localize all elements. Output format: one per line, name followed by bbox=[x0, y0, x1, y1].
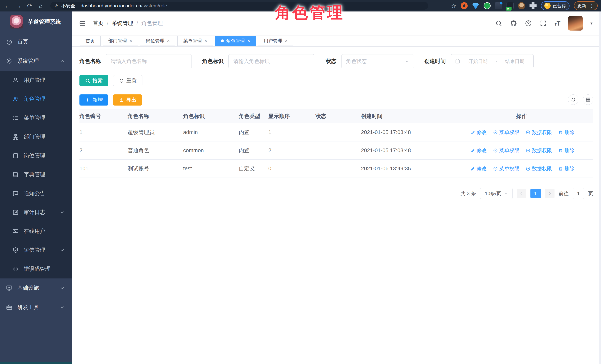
extensions-puzzle-icon[interactable] bbox=[530, 2, 537, 9]
extension-orange-icon[interactable] bbox=[461, 2, 468, 9]
sidebar-item-system-management[interactable]: 系统管理 bbox=[0, 51, 72, 71]
chevron-down-icon bbox=[504, 191, 508, 196]
sidebar-menu: 首页 系统管理 用户管理 角色管理 bbox=[0, 32, 72, 317]
goto-label: 前往 bbox=[559, 190, 569, 197]
extension-blue-gem-icon[interactable] bbox=[472, 2, 479, 9]
extension-monkey-icon[interactable] bbox=[518, 2, 525, 9]
add-button[interactable]: 新增 bbox=[80, 94, 108, 106]
bookmark-star-icon[interactable]: ☆ bbox=[451, 3, 456, 9]
data-permission-link[interactable]: 数据权限 bbox=[526, 165, 552, 172]
trash-icon bbox=[558, 148, 563, 153]
sidebar-toggle-hamburger-icon[interactable] bbox=[79, 20, 87, 27]
page-size-select[interactable]: 10条/页 bbox=[480, 188, 513, 199]
close-icon[interactable]: × bbox=[285, 38, 288, 44]
row-actions: 修改 菜单权限 数据权限 删除 bbox=[452, 147, 593, 154]
sidebar-item-sms-management[interactable]: 短信管理 bbox=[0, 241, 72, 260]
sidebar-item-infrastructure[interactable]: 基础设施 bbox=[0, 278, 72, 298]
edit-pencil-icon bbox=[471, 166, 475, 171]
breadcrumb-home[interactable]: 首页 bbox=[93, 20, 103, 27]
browser-back-button[interactable]: ← bbox=[3, 2, 11, 10]
browser-home-button[interactable]: ⌂ bbox=[37, 2, 45, 10]
sidebar-item-online-users[interactable]: 在线用户 bbox=[0, 222, 72, 241]
user-icon bbox=[12, 77, 19, 83]
sidebar-item-user-management[interactable]: 用户管理 bbox=[0, 71, 72, 90]
not-secure-label[interactable]: 不安全 bbox=[61, 3, 75, 9]
refresh-table-button[interactable] bbox=[568, 94, 578, 105]
status-select-placeholder: 角色状态 bbox=[346, 58, 367, 65]
user-avatar[interactable] bbox=[568, 16, 583, 30]
row-actions: 修改 菜单权限 数据权限 删除 bbox=[452, 129, 593, 136]
tab-role-management[interactable]: 角色管理× bbox=[215, 36, 256, 46]
tab-user-management[interactable]: 用户管理× bbox=[258, 36, 293, 46]
browser-update-chip[interactable]: 更新 ⋮ bbox=[574, 1, 598, 10]
close-icon[interactable]: × bbox=[204, 38, 207, 44]
tab-post-management[interactable]: 岗位管理× bbox=[140, 36, 175, 46]
menu-permission-link[interactable]: 菜单权限 bbox=[493, 129, 519, 136]
sidebar-item-menu-management[interactable]: 菜单管理 bbox=[0, 108, 72, 127]
role-key-input[interactable] bbox=[228, 54, 314, 68]
tab-dept-management[interactable]: 部门管理× bbox=[103, 36, 138, 46]
sidebar-item-post-management[interactable]: 岗位管理 bbox=[0, 146, 72, 165]
data-permission-link[interactable]: 数据权限 bbox=[526, 129, 552, 136]
close-icon[interactable]: × bbox=[130, 38, 132, 44]
sidebar-item-dev-tools[interactable]: 研发工具 bbox=[0, 298, 72, 317]
data-permission-link[interactable]: 数据权限 bbox=[526, 147, 552, 154]
close-icon[interactable]: × bbox=[167, 38, 170, 44]
fullscreen-icon[interactable] bbox=[540, 20, 547, 27]
start-date-placeholder[interactable]: 开始日期 bbox=[463, 58, 493, 65]
sidebar-item-home[interactable]: 首页 bbox=[0, 32, 72, 51]
overlay-annotation-title: 角色管理 bbox=[275, 2, 344, 23]
tags-view-bar: 首页 部门管理× 岗位管理× 菜单管理× 角色管理× 用户管理× bbox=[72, 35, 601, 47]
sidebar-logo-row[interactable]: 芋道管理系统 bbox=[0, 11, 72, 32]
next-page-button[interactable] bbox=[545, 189, 554, 198]
sidebar-item-audit-log[interactable]: 审计日志 bbox=[0, 203, 72, 222]
status-select[interactable]: 角色状态 bbox=[341, 54, 414, 68]
browser-menu-icon[interactable]: ⋮ bbox=[589, 3, 594, 9]
column-settings-button[interactable] bbox=[583, 94, 593, 105]
delete-link[interactable]: 删除 bbox=[558, 147, 574, 154]
refresh-icon bbox=[571, 97, 576, 102]
extension-green-icon[interactable] bbox=[484, 2, 491, 9]
sidebar-item-dept-management[interactable]: 部门管理 bbox=[0, 127, 72, 146]
search-icon[interactable] bbox=[495, 20, 502, 27]
prev-page-button[interactable] bbox=[517, 189, 526, 198]
font-size-icon[interactable]: тT bbox=[554, 20, 561, 27]
browser-forward-button[interactable]: → bbox=[14, 2, 23, 10]
help-question-icon[interactable] bbox=[525, 20, 532, 27]
role-name-input[interactable] bbox=[106, 54, 192, 68]
page-scrollbar[interactable] bbox=[599, 11, 601, 364]
edit-link[interactable]: 修改 bbox=[471, 129, 487, 136]
browser-reload-button[interactable]: ⟳ bbox=[26, 2, 34, 10]
extension-grid-icon[interactable] bbox=[495, 2, 502, 9]
address-bar[interactable]: ⚠ 不安全 dashboard.yudao.iocoder.cn/system/… bbox=[50, 2, 428, 10]
sidebar-item-notice[interactable]: 通知公告 bbox=[0, 184, 72, 203]
breadcrumb-current: 角色管理 bbox=[141, 20, 163, 27]
menu-permission-link[interactable]: 菜单权限 bbox=[493, 147, 519, 154]
notice-chat-icon bbox=[12, 190, 19, 197]
sidebar-item-role-management[interactable]: 角色管理 bbox=[0, 90, 72, 108]
delete-link[interactable]: 删除 bbox=[558, 165, 574, 172]
table-body: 1 超级管理员 admin 内置 1 2021-01-05 17:03:48 修… bbox=[80, 123, 593, 178]
menu-permission-link[interactable]: 菜单权限 bbox=[493, 165, 519, 172]
search-button[interactable]: 搜索 bbox=[80, 75, 108, 86]
close-icon[interactable]: × bbox=[247, 38, 250, 44]
reset-button[interactable]: 重置 bbox=[113, 75, 142, 86]
sidebar-item-error-code[interactable]: 错误码管理 bbox=[0, 260, 72, 278]
tab-menu-management[interactable]: 菜单管理× bbox=[177, 36, 213, 46]
edit-link[interactable]: 修改 bbox=[471, 165, 487, 172]
export-button[interactable]: 导出 bbox=[113, 94, 142, 106]
created-time-range-picker[interactable]: 开始日期 - 结束日期 bbox=[451, 54, 534, 68]
goto-page-input[interactable] bbox=[573, 188, 584, 199]
profile-chip[interactable]: 已暂停 bbox=[541, 1, 570, 10]
extension-dark-icon[interactable]: on bbox=[507, 2, 514, 9]
end-date-placeholder[interactable]: 结束日期 bbox=[500, 58, 529, 65]
breadcrumb-system[interactable]: 系统管理 bbox=[112, 20, 133, 27]
github-icon[interactable] bbox=[510, 20, 517, 27]
edit-link[interactable]: 修改 bbox=[471, 147, 487, 154]
page-number-current[interactable]: 1 bbox=[531, 189, 541, 198]
avatar-dropdown-caret-icon[interactable]: ▾ bbox=[591, 21, 592, 26]
tab-home[interactable]: 首页 bbox=[80, 36, 100, 46]
sidebar-item-dict-management[interactable]: 字典管理 bbox=[0, 165, 72, 184]
audit-log-icon bbox=[12, 209, 19, 216]
delete-link[interactable]: 删除 bbox=[558, 129, 574, 136]
